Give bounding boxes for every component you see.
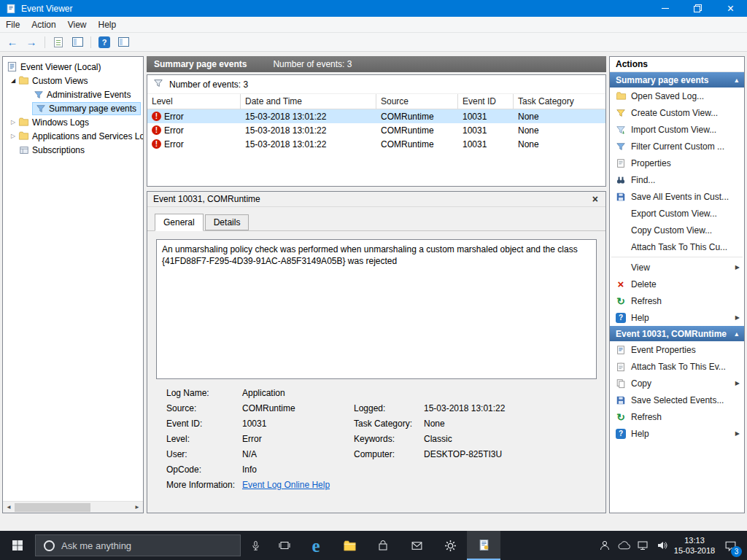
- collapsed-arrow-icon[interactable]: ▷: [9, 133, 18, 139]
- action-filter-current-custom-view[interactable]: Filter Current Custom ...: [610, 138, 744, 155]
- scroll-right-icon[interactable]: ►: [131, 502, 143, 513]
- tab-details[interactable]: Details: [205, 214, 249, 230]
- action-help[interactable]: ? Help ▶: [610, 309, 744, 326]
- menu-file[interactable]: File: [0, 17, 26, 32]
- collapse-chevron-icon[interactable]: ▴: [735, 77, 738, 84]
- tree-item-applications-and-services-logs[interactable]: ▷ Applications and Services Lo: [3, 129, 143, 143]
- action-find[interactable]: Find...: [610, 171, 744, 188]
- action-refresh-event[interactable]: ↻ Refresh: [610, 408, 744, 425]
- close-button[interactable]: ×: [714, 0, 747, 17]
- forward-button[interactable]: →: [23, 35, 39, 50]
- collapsed-arrow-icon[interactable]: ▷: [9, 119, 18, 125]
- file-explorer-icon: [343, 539, 357, 553]
- onedrive-tray-button[interactable]: [614, 531, 633, 560]
- column-header-task[interactable]: Task Category: [514, 94, 605, 109]
- event-viewer-window: Event Viewer × File Action View Help ← →…: [0, 0, 747, 531]
- close-detail-icon[interactable]: ×: [591, 194, 600, 204]
- field-label: Source:: [166, 403, 242, 413]
- people-tray-button[interactable]: [595, 531, 614, 560]
- error-icon: !: [152, 112, 161, 121]
- event-log-online-help-link[interactable]: Event Log Online Help: [242, 480, 330, 490]
- event-description[interactable]: An unmarshaling policy check was perform…: [156, 239, 597, 379]
- action-import-custom-view[interactable]: Import Custom View...: [610, 121, 744, 138]
- file-explorer-taskbar-button[interactable]: [333, 531, 366, 560]
- table-row[interactable]: !Error 15-03-2018 13:01:22 COMRuntime 10…: [147, 123, 605, 137]
- menu-action[interactable]: Action: [26, 17, 61, 32]
- mail-taskbar-button[interactable]: [400, 531, 433, 560]
- table-row[interactable]: !Error 15-03-2018 13:01:22 COMRuntime 10…: [147, 137, 605, 151]
- action-attach-task-to-custom-view[interactable]: Attach Task To This Cu...: [610, 238, 744, 255]
- action-export-custom-view[interactable]: Export Custom View...: [610, 205, 744, 222]
- event-viewer-taskbar-button[interactable]: [467, 531, 500, 560]
- actions-group-header-event[interactable]: Event 10031, COMRuntime ▴: [610, 326, 744, 341]
- action-help-event[interactable]: ? Help ▶: [610, 425, 744, 442]
- microphone-button[interactable]: [241, 531, 270, 560]
- find-icon: [615, 174, 627, 186]
- column-header-level[interactable]: Level: [147, 94, 241, 109]
- help-button[interactable]: ?: [96, 35, 112, 50]
- people-icon: [599, 540, 611, 551]
- start-button[interactable]: [0, 531, 35, 560]
- action-save-selected-events[interactable]: Save Selected Events...: [610, 392, 744, 408]
- column-header-source[interactable]: Source: [376, 94, 458, 109]
- tree-item-summary-page-events[interactable]: Summary page events: [3, 101, 143, 115]
- action-refresh[interactable]: ↻ Refresh: [610, 292, 744, 309]
- restore-button[interactable]: [681, 0, 714, 17]
- tree-horizontal-scrollbar[interactable]: ◄ ►: [3, 501, 143, 513]
- volume-icon: [656, 540, 667, 551]
- tree-item-subscriptions[interactable]: Subscriptions: [3, 143, 143, 157]
- table-row[interactable]: !Error 15-03-2018 13:01:22 COMRuntime 10…: [147, 109, 605, 123]
- cell-source: COMRuntime: [376, 112, 458, 122]
- minimize-button[interactable]: [649, 0, 681, 17]
- store-taskbar-button[interactable]: [366, 531, 400, 560]
- expanded-arrow-icon[interactable]: ◢: [9, 77, 18, 84]
- menu-view[interactable]: View: [62, 17, 93, 32]
- action-copy[interactable]: Copy ▶: [610, 375, 744, 392]
- cortana-icon: [44, 540, 55, 551]
- action-delete[interactable]: × Delete: [610, 276, 744, 292]
- column-header-date[interactable]: Date and Time: [241, 94, 376, 109]
- actions-separator: [611, 257, 743, 257]
- submenu-arrow-icon: ▶: [735, 430, 740, 437]
- export-button[interactable]: [50, 35, 66, 50]
- event-fields: Log Name: Application Source: COMRuntime…: [166, 385, 597, 492]
- collapse-chevron-icon[interactable]: ▴: [735, 330, 738, 338]
- tab-general[interactable]: General: [155, 214, 204, 231]
- cortana-search-input[interactable]: Ask me anything: [35, 534, 241, 556]
- network-tray-button[interactable]: [633, 531, 652, 560]
- task-view-button[interactable]: [270, 531, 299, 560]
- field-value: Classic: [424, 434, 597, 444]
- scroll-left-icon[interactable]: ◄: [3, 502, 15, 513]
- tree-item-event-viewer-local[interactable]: Event Viewer (Local): [3, 60, 143, 74]
- action-view[interactable]: View ▶: [610, 259, 744, 276]
- mail-icon: [411, 540, 423, 552]
- action-save-all-events[interactable]: Save All Events in Cust...: [610, 188, 744, 205]
- tree-item-windows-logs[interactable]: ▷ Windows Logs: [3, 115, 143, 129]
- action-properties[interactable]: Properties: [610, 155, 744, 171]
- action-attach-task-to-event[interactable]: Attach Task To This Ev...: [610, 358, 744, 375]
- edge-taskbar-button[interactable]: e: [299, 531, 333, 560]
- action-create-custom-view[interactable]: Create Custom View...: [610, 104, 744, 121]
- results-pane: Summary page events Number of events: 3 …: [147, 56, 606, 513]
- console-tree-button[interactable]: [69, 35, 85, 50]
- tree-item-administrative-events[interactable]: Administrative Events: [3, 88, 143, 101]
- field-label: Event ID:: [166, 419, 242, 429]
- actions-group-header-summary[interactable]: Summary page events ▴: [610, 72, 744, 88]
- settings-taskbar-button[interactable]: [433, 531, 467, 560]
- taskbar-clock[interactable]: 13:13 15-03-2018: [671, 535, 718, 556]
- scrollbar-thumb[interactable]: [15, 503, 90, 512]
- cell-source: COMRuntime: [376, 125, 458, 136]
- action-pane-button[interactable]: [115, 35, 131, 50]
- action-center-button[interactable]: 3: [718, 531, 743, 560]
- action-copy-custom-view[interactable]: Copy Custom View...: [610, 222, 744, 238]
- field-value: 15-03-2018 13:01:22: [424, 403, 597, 413]
- menu-help[interactable]: Help: [93, 17, 123, 32]
- action-event-properties[interactable]: Event Properties: [610, 341, 744, 358]
- volume-tray-button[interactable]: [652, 531, 671, 560]
- action-open-saved-log[interactable]: Open Saved Log...: [610, 88, 744, 104]
- table-header: Level Date and Time Source Event ID Task…: [147, 94, 605, 109]
- cell-date: 15-03-2018 13:01:22: [241, 139, 376, 149]
- tree-item-custom-views[interactable]: ◢ Custom Views: [3, 74, 143, 88]
- column-header-eventid[interactable]: Event ID: [458, 94, 514, 109]
- back-button[interactable]: ←: [4, 35, 20, 50]
